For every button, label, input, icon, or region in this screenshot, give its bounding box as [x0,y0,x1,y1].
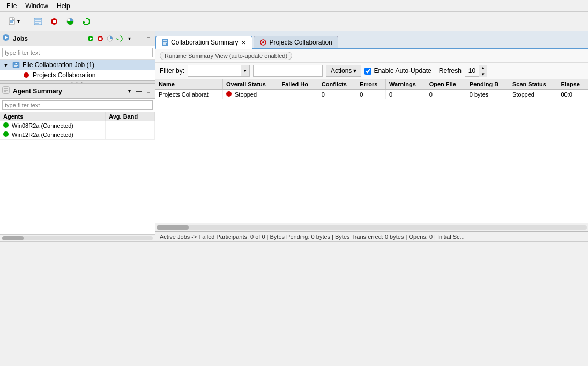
menu-help[interactable]: Help [53,1,75,11]
actions-arrow-icon: ▾ [353,67,356,75]
toolbar-btn-4[interactable] [79,14,94,29]
main-toolbar: ▾ [0,12,588,31]
agent-header: Agent Summary ▾ — □ [0,84,155,99]
data-table: Name Overall Status Failed Ho Conflicts … [155,79,588,99]
jobs-min2-btn[interactable]: — [135,34,143,43]
agent-row-1[interactable]: Win08R2a (Connected) [0,121,155,130]
row-pending-b: 0 bytes [466,90,509,99]
agent-section: Agent Summary ▾ — □ Agents Avg. Band [0,84,155,234]
pie-icon [66,17,75,26]
agent-table-area: Agents Avg. Band Win08R2a (Connected) [0,112,155,234]
agent-header-label: Agent Summary [13,87,123,95]
filter-combo-wrapper: ▾ [188,65,250,77]
refresh-label: Refresh [439,67,462,75]
jobs-header-controls: ▾ — □ [86,34,153,43]
new-file-icon [8,17,17,26]
agent-status-icon-2 [3,131,9,137]
agent-row-2[interactable]: Win12R2a (Connected) [0,130,155,140]
refresh-up-arrow[interactable]: ▲ [479,65,487,71]
row-name: Projects Collaborat [155,90,222,99]
agent-min-btn[interactable]: ▾ [125,87,133,96]
refresh-arrows: ▲ ▼ [479,65,487,77]
bottom-bar [0,241,588,249]
col-pending-b: Pending B [466,79,509,90]
filter-by-label: Filter by: [160,67,184,75]
refresh-value: 10 [465,67,479,75]
toolbar-btn-2[interactable] [31,14,46,29]
tab1-close-btn[interactable]: ✕ [240,39,247,46]
enable-autoupdate-checkbox[interactable] [364,68,371,75]
svg-rect-15 [99,37,102,40]
tree-expand-icon: ▼ [3,62,10,68]
col-conflicts: Conflicts [318,79,356,90]
job-play-btn[interactable] [86,34,95,43]
status-bar: Active Jobs -> Failed Participants: 0 of… [155,231,588,241]
tabs-bar: Collaboration Summary ✕ Projects Collabo… [155,31,588,49]
jobs-min-btn[interactable]: ▾ [125,34,133,43]
left-h-scroll[interactable] [0,234,155,241]
tab-projects-collaboration[interactable]: Projects Collaboration [254,36,338,48]
agent-filter-box [0,99,155,112]
col-failed-ho: Failed Ho [278,79,318,90]
col-elapse: Elapse [557,79,588,90]
menu-file[interactable]: File [2,1,21,11]
svg-point-18 [16,63,17,64]
toolbar-btn-stop[interactable] [47,14,62,29]
jobs-tree-area: ▼ File Collaboration Job (1) [0,60,155,80]
agent-name-1: Win08R2a (Connected) [0,121,106,130]
row-warnings: 0 [386,90,426,99]
data-table-container: Name Overall Status Failed Ho Conflicts … [155,79,588,223]
actions-button[interactable]: Actions ▾ [326,65,361,77]
tab2-label: Projects Collaboration [269,39,332,46]
agent-col-name: Agents [0,112,106,121]
tree-root-item[interactable]: ▼ File Collaboration Job (1) [0,60,155,70]
tab-collaboration-summary[interactable]: Collaboration Summary ✕ [155,36,252,49]
col-overall-status: Overall Status [222,79,278,90]
job-refresh-btn[interactable] [115,34,124,43]
svg-rect-8 [53,20,56,23]
agent-band-1 [106,121,155,130]
col-name: Name [155,79,222,90]
col-open-file: Open File [426,79,466,90]
bottom-seg-3 [392,242,588,249]
job-root-icon [12,61,20,69]
jobs-header: Jobs [0,31,155,46]
runtime-bar: Runtime Summary View (auto-update enable… [155,49,588,63]
enable-autoupdate-label: Enable Auto-Update [374,67,431,75]
right-panel: Collaboration Summary ✕ Projects Collabo… [155,31,588,241]
filter-combo-arrow-btn[interactable]: ▾ [241,65,250,77]
agent-icon [2,86,10,96]
jobs-max-btn[interactable]: □ [144,34,153,43]
tree-child-item[interactable]: Projects Collaboration [0,70,155,80]
tree-child-label: Projects Collaboration [33,71,95,79]
list-icon [34,17,42,26]
enable-autoupdate-wrapper: Enable Auto-Update [364,67,431,75]
menu-bar: File Window Help [0,0,588,12]
separator-1 [28,15,28,28]
data-h-scroll[interactable] [155,223,588,231]
row-elapse: 00:0 [557,90,588,99]
filter-text-input[interactable] [253,65,323,77]
row-status-icon [226,91,232,97]
table-row[interactable]: Projects Collaborat Stopped 0 0 0 0 0 by… [155,90,588,99]
toolbar-btn-3[interactable] [63,14,78,29]
refresh-down-arrow[interactable]: ▼ [479,71,487,77]
row-overall-status: Stopped [222,90,278,99]
row-conflicts: 0 [318,90,356,99]
agent-max-btn[interactable]: □ [144,87,153,96]
tab1-icon [161,39,169,46]
agent-min2-btn[interactable]: — [135,87,143,96]
new-dropdown-arrow[interactable]: ▾ [17,18,20,24]
tree-root-label: File Collaboration Job (1) [23,61,94,69]
job-status-btn[interactable] [106,34,114,43]
agent-filter-input[interactable] [2,100,153,110]
row-scan-status: Stopped [509,90,557,99]
job-stop-btn[interactable] [96,34,105,43]
refresh-icon [82,17,91,26]
menu-window[interactable]: Window [21,1,53,11]
runtime-badge: Runtime Summary View (auto-update enable… [160,52,292,60]
agent-band-2 [106,130,155,140]
new-button[interactable]: ▾ [2,14,26,29]
jobs-filter-input[interactable] [2,48,153,57]
filter-combo-input[interactable] [188,65,241,77]
